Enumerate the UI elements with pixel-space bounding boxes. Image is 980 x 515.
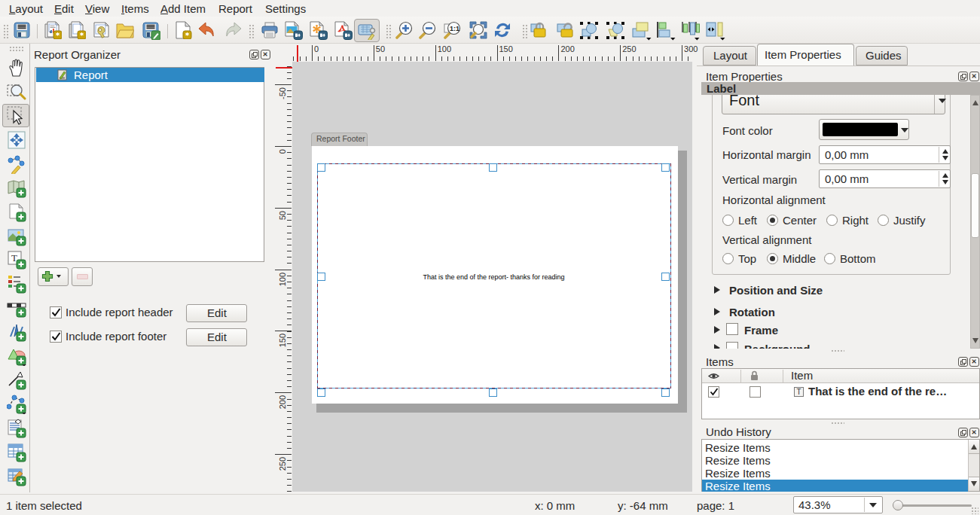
svg-text:1:1: 1:1 <box>450 25 459 32</box>
